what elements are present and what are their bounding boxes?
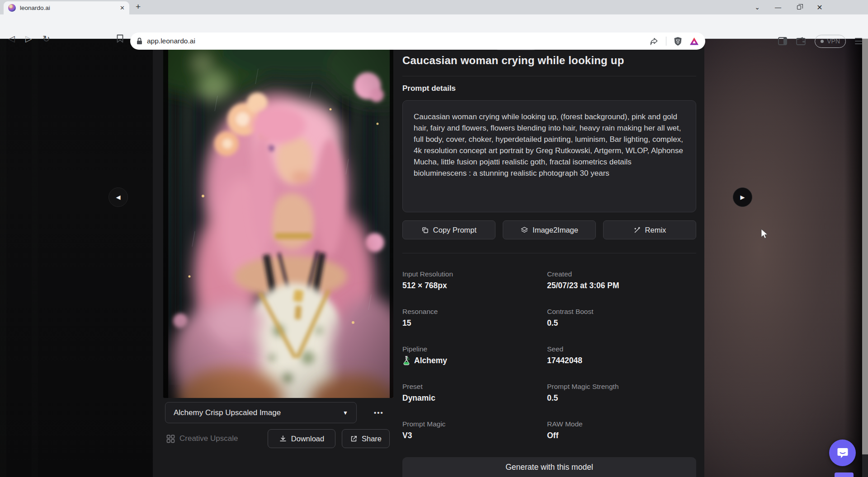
toolbar: ◁ ▷ ↻ app.leonardo.ai	[0, 14, 868, 39]
chat-secondary-button[interactable]	[835, 472, 854, 477]
detail-prompt-magic-strength: Prompt Magic Strength 0.5	[547, 383, 692, 403]
url-bar[interactable]: app.leonardo.ai	[130, 33, 705, 50]
detail-created: Created 25/07/23 at 3:06 PM	[547, 270, 692, 290]
detail-prompt-magic: Prompt Magic V3	[402, 420, 547, 440]
lock-icon	[137, 37, 142, 45]
detail-contrast-boost: Contrast Boost 0.5	[547, 308, 692, 328]
browser-window: Alchemy Crisp Upscaled Image ▼ ••• Creat…	[0, 0, 868, 477]
wallet-icon[interactable]	[796, 37, 806, 45]
potion-icon	[402, 356, 410, 365]
backdrop-left	[0, 0, 153, 477]
share-page-icon[interactable]	[650, 37, 659, 46]
download-label: Download	[291, 435, 324, 443]
back-icon[interactable]: ◁	[8, 33, 15, 44]
restore-icon[interactable]	[788, 4, 809, 11]
wand-icon	[633, 226, 641, 234]
minimize-icon[interactable]: —	[768, 4, 788, 11]
detail-pipeline: Pipeline Alchemy	[402, 345, 547, 365]
prompt-text: Caucasian woman crying while looking up,…	[414, 111, 685, 179]
browser-chrome: leonardo.ai ✕ + ⌄ — ✕ ◁ ▷ ↻	[0, 0, 868, 39]
share-icon	[350, 435, 358, 443]
layers-icon	[520, 226, 528, 234]
page-scrollbar-thumb[interactable]	[862, 39, 868, 454]
bookmark-icon[interactable]	[117, 34, 123, 43]
forward-icon[interactable]: ▷	[25, 33, 32, 44]
copy-prompt-label: Copy Prompt	[433, 226, 476, 234]
prompt-details-heading: Prompt details	[402, 84, 456, 93]
image2image-label: Image2Image	[533, 226, 578, 234]
divider	[402, 76, 696, 76]
share-button[interactable]: Share	[342, 429, 390, 448]
menu-icon[interactable]	[855, 38, 862, 44]
tab-bar: leonardo.ai ✕ + ⌄ — ✕	[0, 0, 868, 14]
generated-image[interactable]	[163, 42, 393, 398]
share-label: Share	[362, 435, 382, 443]
detail-preset: Preset Dynamic	[402, 383, 547, 403]
chat-icon	[836, 447, 849, 459]
detail-raw-mode: RAW Mode Off	[547, 420, 692, 440]
upscale-grid-icon	[166, 435, 175, 443]
generate-with-model-button[interactable]: Generate with this model	[402, 457, 696, 477]
mouse-cursor	[760, 229, 770, 239]
divider	[402, 253, 696, 253]
creative-upscale-button[interactable]: Creative Upscale	[166, 429, 238, 448]
urlbar-icons	[650, 37, 699, 46]
download-icon	[279, 435, 287, 443]
image2image-button[interactable]: Image2Image	[503, 220, 596, 239]
tab-leonardo[interactable]: leonardo.ai ✕	[4, 1, 129, 14]
url-text: app.leonardo.ai	[147, 37, 195, 45]
generated-image-art	[163, 42, 393, 398]
brave-rewards-icon[interactable]	[689, 37, 699, 46]
remix-button[interactable]: Remix	[603, 220, 696, 239]
tab-title: leonardo.ai	[20, 5, 50, 11]
next-image-button[interactable]: ▶	[733, 187, 752, 207]
leonardo-favicon	[8, 4, 16, 12]
prompt-box: Caucasian woman crying while looking up,…	[402, 100, 696, 212]
arrow-left-icon: ◀	[116, 194, 121, 201]
creative-upscale-label: Creative Upscale	[179, 434, 238, 443]
arrow-right-icon: ▶	[741, 194, 745, 201]
new-tab-button[interactable]: +	[136, 2, 141, 12]
divider	[666, 37, 666, 46]
detail-seed: Seed 17442048	[547, 345, 692, 365]
tab-close-icon[interactable]: ✕	[120, 5, 125, 11]
sidebar-icon[interactable]	[778, 37, 787, 45]
tab-search-chevron-icon[interactable]: ⌄	[747, 4, 768, 11]
previous-image-button[interactable]: ◀	[108, 187, 128, 207]
vpn-status-dot	[821, 40, 824, 43]
detail-resonance: Resonance 15	[402, 308, 547, 328]
variant-dropdown[interactable]: Alchemy Crisp Upscaled Image ▼	[165, 402, 357, 423]
more-options-button[interactable]: •••	[367, 402, 391, 423]
leonardo-page: Alchemy Crisp Upscaled Image ▼ ••• Creat…	[0, 0, 868, 477]
vpn-label: VPN	[827, 37, 840, 45]
vpn-button[interactable]: VPN	[815, 35, 846, 48]
variant-dropdown-label: Alchemy Crisp Upscaled Image	[174, 408, 281, 417]
brave-shield-icon[interactable]	[674, 37, 682, 46]
image-actions-row: Creative Upscale Download Share	[165, 429, 391, 448]
remix-label: Remix	[645, 226, 666, 234]
backdrop-right	[704, 39, 862, 477]
copy-prompt-button[interactable]: Copy Prompt	[402, 220, 495, 239]
detail-input-resolution: Input Resolution 512 × 768px	[402, 270, 547, 290]
chat-button[interactable]	[829, 440, 856, 466]
reload-icon[interactable]: ↻	[42, 33, 50, 44]
copy-icon	[421, 226, 429, 234]
window-close-icon[interactable]: ✕	[809, 3, 830, 12]
window-controls: ⌄ — ✕	[747, 0, 830, 14]
download-button[interactable]: Download	[268, 429, 335, 448]
image-title: Caucasian woman crying while looking up	[402, 54, 696, 67]
chevron-down-icon: ▼	[343, 410, 348, 416]
toolbar-right: VPN	[778, 33, 862, 50]
